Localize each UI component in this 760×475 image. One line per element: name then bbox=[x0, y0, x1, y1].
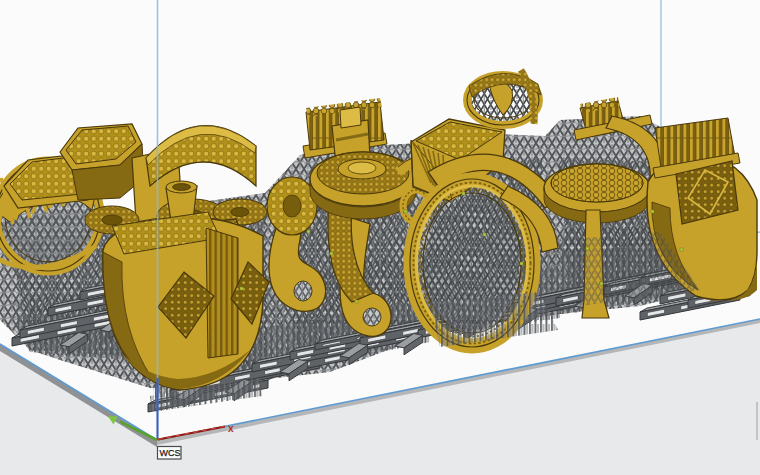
svg-text:WCS: WCS bbox=[160, 448, 181, 458]
svg-text:x: x bbox=[228, 423, 234, 434]
